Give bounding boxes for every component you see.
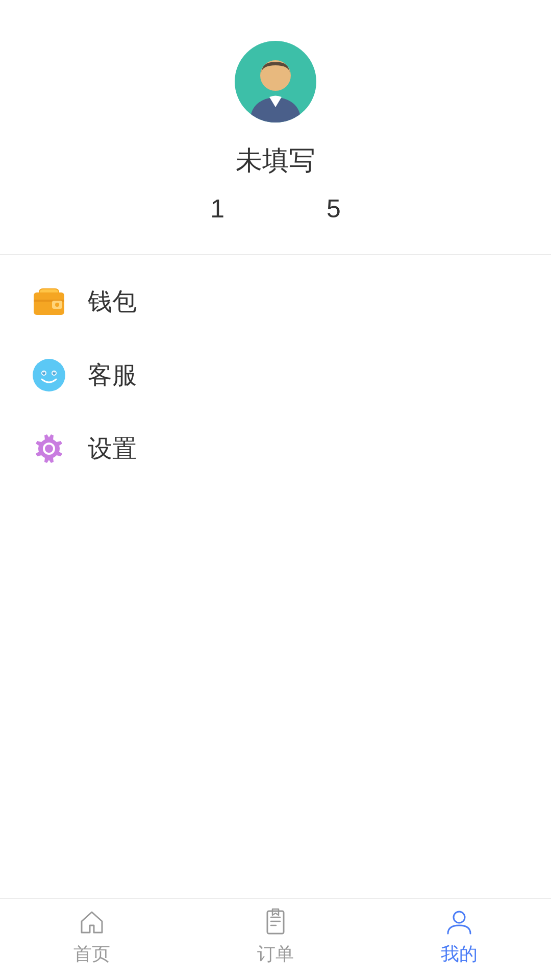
- nav-item-home[interactable]: 首页: [0, 907, 184, 972]
- stat-followers[interactable]: 5: [327, 194, 341, 224]
- stat-following[interactable]: 1: [210, 194, 224, 224]
- service-icon: [31, 357, 67, 394]
- menu-item-wallet[interactable]: 钱包: [0, 265, 551, 338]
- menu-item-settings[interactable]: 设置: [0, 412, 551, 485]
- nav-item-orders[interactable]: 订单: [184, 907, 367, 972]
- svg-point-5: [55, 303, 59, 307]
- svg-point-14: [45, 445, 53, 453]
- svg-rect-3: [34, 296, 64, 300]
- svg-point-6: [33, 359, 65, 391]
- wallet-icon: [31, 283, 67, 320]
- nav-item-mine[interactable]: 我的: [367, 907, 551, 972]
- home-nav-label: 首页: [73, 942, 110, 967]
- svg-point-19: [454, 912, 465, 923]
- menu-item-service[interactable]: 客服: [0, 338, 551, 412]
- username: 未填写: [236, 143, 315, 179]
- settings-label: 设置: [88, 432, 137, 465]
- profile-section: 未填写 1 5: [0, 0, 551, 254]
- stats-row: 1 5: [0, 194, 551, 224]
- mine-nav-label: 我的: [441, 942, 478, 967]
- settings-icon: [31, 430, 67, 467]
- mine-icon: [444, 907, 474, 938]
- svg-point-12: [54, 372, 55, 373]
- bottom-navigation: 首页 订单 我的: [0, 898, 551, 980]
- avatar[interactable]: [235, 41, 316, 122]
- service-label: 客服: [88, 359, 137, 391]
- svg-rect-15: [267, 911, 284, 934]
- svg-point-11: [43, 372, 44, 373]
- main-content: 未填写 1 5: [0, 0, 551, 898]
- orders-icon: [260, 907, 291, 938]
- following-count: 1: [210, 194, 224, 224]
- followers-count: 5: [327, 194, 341, 224]
- home-icon: [77, 907, 107, 938]
- orders-nav-label: 订单: [257, 942, 294, 967]
- menu-section: 钱包 客服: [0, 255, 551, 496]
- wallet-label: 钱包: [88, 285, 137, 318]
